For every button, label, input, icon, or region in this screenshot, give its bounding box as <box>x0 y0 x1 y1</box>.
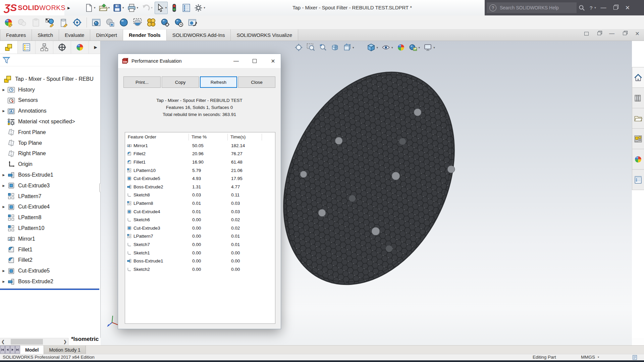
chevron-down-icon[interactable]: ▾ <box>353 46 354 49</box>
new-document-button[interactable]: ▾ <box>83 2 97 14</box>
taskpane-tab-solidworks-resources[interactable] <box>632 67 644 88</box>
table-row-cut-extrude3[interactable]: Cut-Extrude30.000.02 <box>125 224 275 232</box>
tree-root-part[interactable]: Tap - Mixer - Spout Filter - REBU <box>0 74 100 84</box>
doc-tile-icon[interactable] <box>583 30 590 37</box>
tab-scroll-next-icon[interactable] <box>10 346 15 354</box>
chevron-down-icon[interactable]: ▾ <box>391 46 393 49</box>
hide-show-items-button[interactable]: ▾ <box>382 43 393 52</box>
previous-view-button[interactable] <box>319 43 327 52</box>
chevron-down-icon[interactable]: ▾ <box>204 6 205 9</box>
edit-scene-button[interactable] <box>71 17 83 28</box>
settings-gear-button[interactable]: ▾ <box>193 2 206 14</box>
table-row-mirror1[interactable]: Mirror150.05182.14 <box>125 141 275 150</box>
schedule-render-button[interactable] <box>173 17 184 28</box>
table-row-sketch8[interactable]: Sketch80.030.11 <box>125 191 275 199</box>
tree-item-cut-extrude5[interactable]: ▶Cut-Extrude5 <box>0 265 100 276</box>
preview-window-button[interactable] <box>104 17 116 28</box>
chevron-down-icon[interactable]: ▾ <box>419 46 420 49</box>
dialog-close-icon[interactable]: ✕ <box>265 54 281 68</box>
panel-tab-configurationmanager[interactable] <box>36 41 53 54</box>
window-close-button[interactable]: ✕ <box>622 0 634 15</box>
render-region-button[interactable] <box>132 17 143 28</box>
chevron-down-icon[interactable]: ▾ <box>151 6 153 9</box>
chevron-down-icon[interactable]: ▾ <box>108 6 110 9</box>
tab-render-tools[interactable]: Render Tools <box>123 29 167 41</box>
tree-item-cut-extrude4[interactable]: ▶Cut-Extrude4 <box>0 202 100 213</box>
tree-item-front-plane[interactable]: Front Plane <box>0 127 100 138</box>
rollback-bar[interactable] <box>0 289 99 290</box>
print-button[interactable]: Print... <box>123 76 161 88</box>
panel-tab-propertymanager[interactable] <box>18 41 36 54</box>
taskpane-tab-appearances-scenes[interactable] <box>632 149 644 170</box>
doc-minimize-button[interactable]: — <box>608 30 615 37</box>
chevron-down-icon[interactable]: ▾ <box>377 46 378 49</box>
edit-appearance-target-button[interactable] <box>44 17 55 28</box>
tab-sketch[interactable]: Sketch <box>32 29 59 41</box>
tree-item-fillet2[interactable]: Fillet2 <box>0 255 100 266</box>
close-button[interactable]: Close <box>238 76 275 88</box>
panel-tab-featuremanager[interactable] <box>0 41 18 54</box>
column-feature-order[interactable]: Feature Order <box>125 134 189 140</box>
table-row-sketch6[interactable]: Sketch60.000.02 <box>125 216 275 224</box>
view-orientation-button[interactable]: ▾ <box>343 43 354 52</box>
tab-dimxpert[interactable]: DimXpert <box>90 29 123 41</box>
tab-solidworks-visualize[interactable]: SOLIDWORKS Visualize <box>231 29 298 41</box>
table-row-boss-extrude2[interactable]: Boss-Extrude21.314.77 <box>125 183 275 191</box>
taskpane-tab-design-library[interactable] <box>632 88 644 108</box>
recall-last-render-button[interactable] <box>187 17 198 28</box>
expand-arrow-icon[interactable]: ▶ <box>0 280 7 283</box>
units-selector[interactable]: MMGS▾ <box>581 354 599 360</box>
table-row-lpattern10[interactable]: LPattern105.7921.06 <box>125 166 275 175</box>
tab-solidworks-add-ins[interactable]: SOLIDWORKS Add-Ins <box>167 29 231 41</box>
edit-appearance-viewport-button[interactable] <box>397 43 405 52</box>
column-time-percent[interactable]: Time % <box>189 134 228 140</box>
rebuild-traffic-light-button[interactable] <box>169 2 180 14</box>
tree-item-origin[interactable]: Origin <box>0 159 100 170</box>
proof-sheet-button[interactable] <box>146 17 157 28</box>
panel-tab-dimxpertmanager[interactable] <box>53 41 71 54</box>
copy-button[interactable]: Copy <box>162 76 199 88</box>
view-settings-button[interactable]: ▾ <box>424 43 435 52</box>
final-render-button[interactable] <box>118 17 129 28</box>
search-icon[interactable] <box>579 5 585 11</box>
panel-flyout-chevron-icon[interactable]: ▶ <box>91 41 100 54</box>
window-minimize-button[interactable]: — <box>597 0 609 15</box>
chevron-down-icon[interactable]: ▾ <box>94 6 96 9</box>
table-row-fillet1[interactable]: Fillet116.9061.48 <box>125 158 275 166</box>
window-restore-button[interactable] <box>609 0 622 15</box>
copy-appearance-button[interactable] <box>16 17 28 28</box>
expand-arrow-icon[interactable]: ▶ <box>0 269 7 273</box>
table-row-sketch2[interactable]: Sketch20.000.00 <box>125 265 275 274</box>
tree-item-cut-extrude3[interactable]: ▶Cut-Extrude3 <box>0 180 100 191</box>
tree-item-fillet1[interactable]: Fillet1 <box>0 244 100 255</box>
taskpane-tab-view-palette[interactable] <box>632 129 644 149</box>
edit-decal-button[interactable] <box>58 17 69 28</box>
chevron-down-icon[interactable]: ▾ <box>165 6 167 9</box>
feature-time-table[interactable]: Feature Order Time % Time(s) Mirror150.0… <box>125 132 275 324</box>
scroll-right-icon[interactable]: ❯ <box>62 338 68 346</box>
tree-item-top-plane[interactable]: Top Plane <box>0 138 100 148</box>
tree-item-lpattern8[interactable]: LPattern8 <box>0 212 100 223</box>
tree-item-boss-extrude2[interactable]: ▶Boss-Extrude2 <box>0 276 100 287</box>
doc-cascade-icon[interactable] <box>596 30 602 37</box>
help-search-input[interactable] <box>499 5 574 11</box>
undo-button[interactable]: ▾ <box>140 2 154 14</box>
taskpane-tab-custom-properties[interactable] <box>632 170 644 190</box>
display-style-button[interactable]: ▾ <box>367 43 378 52</box>
render-options-button[interactable] <box>159 17 171 28</box>
expand-arrow-icon[interactable]: ▶ <box>0 109 7 113</box>
table-row-sketch7[interactable]: Sketch70.000.01 <box>125 240 275 249</box>
table-row-cut-extrude4[interactable]: Cut-Extrude40.010.03 <box>125 207 275 216</box>
help-menu-button[interactable]: ?▾ <box>590 5 596 11</box>
expand-arrow-icon[interactable]: ▶ <box>0 205 7 208</box>
expand-arrow-icon[interactable]: ▶ <box>0 173 7 177</box>
tree-item-lpattern7[interactable]: LPattern7 <box>0 191 100 202</box>
dialog-minimize-button[interactable]: — <box>228 54 244 68</box>
tab-evaluate[interactable]: Evaluate <box>59 29 90 41</box>
open-button[interactable]: ▾ <box>98 2 111 14</box>
zoom-to-area-button[interactable] <box>307 43 315 52</box>
paste-appearance-button[interactable] <box>30 17 42 28</box>
menu-expand-arrow-icon[interactable]: ▶ <box>66 0 72 15</box>
dialog-title-bar[interactable]: SW Performance Evaluation — ✕ <box>118 54 281 68</box>
scroll-left-icon[interactable]: ❮ <box>0 338 6 346</box>
